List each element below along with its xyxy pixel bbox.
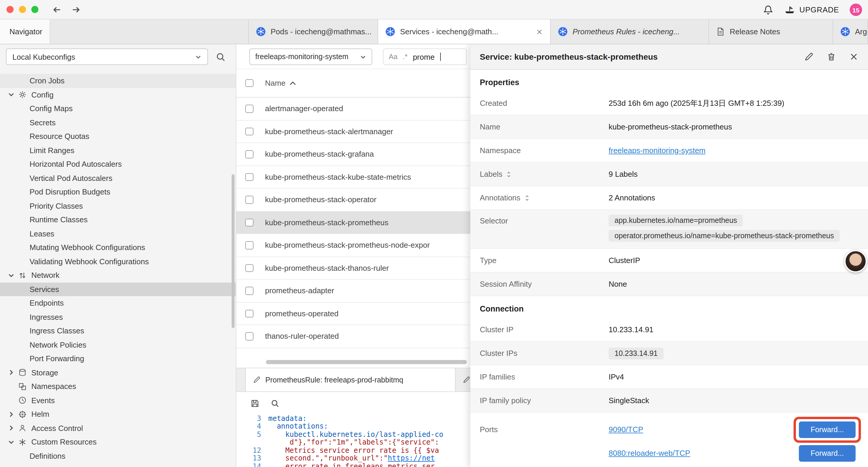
row-checkbox[interactable] bbox=[245, 173, 253, 181]
tab-argo[interactable]: Argo Se bbox=[833, 20, 868, 44]
expand-updown-icon[interactable] bbox=[524, 194, 530, 201]
forward-button[interactable]: Forward... bbox=[799, 421, 856, 438]
back-icon[interactable] bbox=[52, 5, 62, 15]
tab-pods[interactable]: Pods - icecheng@mathmas... bbox=[248, 20, 378, 44]
sidebar-item-endpoints[interactable]: Endpoints bbox=[0, 296, 236, 310]
storage-icon bbox=[18, 369, 27, 377]
row-checkbox[interactable] bbox=[245, 310, 253, 317]
row-checkbox[interactable] bbox=[245, 332, 253, 340]
notification-count-badge[interactable]: 15 bbox=[850, 4, 862, 16]
forward-icon[interactable] bbox=[71, 5, 81, 15]
navigator-sidebar: Local Kubeconfigs Cron Jobs Config Confi… bbox=[0, 44, 236, 467]
minimize-window-button[interactable] bbox=[19, 6, 26, 13]
navigator-header[interactable]: Navigator bbox=[0, 20, 50, 44]
sidebar-item-config-maps[interactable]: Config Maps bbox=[0, 102, 236, 116]
upgrade-button[interactable]: UPGRADE bbox=[784, 5, 839, 14]
sidebar-item-vertical-pod-autoscalers[interactable]: Vertical Pod Autoscalers bbox=[0, 171, 236, 185]
sidebar-item-validating-webhook-configurations[interactable]: Validating Webhook Configurations bbox=[0, 255, 236, 268]
row-checkbox[interactable] bbox=[245, 287, 253, 295]
sidebar-item-limit-ranges[interactable]: Limit Ranges bbox=[0, 143, 236, 157]
delete-icon[interactable] bbox=[827, 52, 836, 61]
table-row[interactable]: kube-prometheus-stack-operator bbox=[236, 188, 470, 211]
namespace-link[interactable]: freeleaps-monitoring-system bbox=[609, 146, 706, 155]
table-row[interactable]: kube-prometheus-stack-alertmanager bbox=[236, 120, 470, 143]
dock-tab-prometheusrule[interactable]: PrometheusRule: freeleaps-prod-rabbitmq bbox=[245, 368, 456, 391]
sidebar-item-runtime-classes[interactable]: Runtime Classes bbox=[0, 213, 236, 227]
table-row[interactable]: kube-prometheus-stack-grafana bbox=[236, 143, 470, 166]
namespace-selector[interactable]: freeleaps-monitoring-system bbox=[249, 49, 372, 65]
sidebar-group-network[interactable]: Network bbox=[0, 268, 236, 282]
table-row[interactable]: kube-prometheus-stack-kube-state-metrics bbox=[236, 166, 470, 188]
window-titlebar: UPGRADE 15 bbox=[0, 0, 868, 20]
row-checkbox[interactable] bbox=[245, 241, 253, 249]
row-checkbox[interactable] bbox=[245, 264, 253, 272]
table-row[interactable]: alertmanager-operated bbox=[236, 97, 470, 120]
sidebar-item-ingress-classes[interactable]: Ingress Classes bbox=[0, 324, 236, 338]
sidebar-item-services[interactable]: Services bbox=[0, 282, 236, 296]
search-icon[interactable] bbox=[271, 399, 279, 408]
sidebar-item-events[interactable]: Events bbox=[0, 393, 236, 407]
row-checkbox[interactable] bbox=[245, 196, 253, 204]
kubeconfig-selector[interactable]: Local Kubeconfigs bbox=[6, 49, 208, 65]
name-column-header[interactable]: Name bbox=[265, 79, 285, 87]
table-row-selected[interactable]: kube-prometheus-stack-prometheus bbox=[236, 211, 470, 234]
select-all-checkbox[interactable] bbox=[245, 79, 253, 87]
sidebar-item-secrets[interactable]: Secrets bbox=[0, 116, 236, 129]
close-tab-icon[interactable] bbox=[536, 28, 543, 35]
yaml-editor[interactable]: 3metadata: 4 annotations: 5 kubectl.kube… bbox=[236, 414, 470, 467]
notifications-bell-icon[interactable] bbox=[763, 4, 773, 15]
expand-updown-icon[interactable] bbox=[506, 171, 512, 178]
edit-icon[interactable] bbox=[804, 52, 814, 61]
app-window: UPGRADE 15 Navigator Pods - icecheng@mat… bbox=[0, 0, 868, 467]
row-checkbox[interactable] bbox=[245, 127, 253, 135]
sidebar-group-storage[interactable]: Storage bbox=[0, 366, 236, 380]
table-row[interactable]: kube-prometheus-stack-thanos-ruler bbox=[236, 257, 470, 280]
sidebar-group-config[interactable]: Config bbox=[0, 88, 236, 102]
sidebar-item-cron-jobs[interactable]: Cron Jobs bbox=[0, 74, 236, 88]
sidebar-item-resource-quotas[interactable]: Resource Quotas bbox=[0, 129, 236, 143]
save-icon[interactable] bbox=[251, 399, 259, 408]
row-checkbox[interactable] bbox=[245, 218, 253, 226]
sidebar-item-namespaces[interactable]: Namespaces bbox=[0, 380, 236, 393]
dock-tab-partial[interactable] bbox=[456, 368, 470, 391]
services-table: alertmanager-operated kube-prometheus-st… bbox=[236, 97, 470, 348]
close-drawer-icon[interactable] bbox=[849, 52, 859, 61]
user-avatar[interactable] bbox=[844, 250, 867, 272]
sidebar-group-access-control[interactable]: Access Control bbox=[0, 421, 236, 435]
search-input[interactable]: Aa .* prome bbox=[383, 49, 467, 65]
sidebar-item-definitions[interactable]: Definitions bbox=[0, 449, 236, 463]
sidebar-item-network-policies[interactable]: Network Policies bbox=[0, 338, 236, 352]
table-row[interactable]: prometheus-adapter bbox=[236, 280, 470, 302]
sidebar-group-helm[interactable]: Helm bbox=[0, 407, 236, 421]
table-row[interactable]: thanos-ruler-operated bbox=[236, 325, 470, 348]
sidebar-item-horizontal-pod-autoscalers[interactable]: Horizontal Pod Autoscalers bbox=[0, 157, 236, 171]
port-link-9090[interactable]: 9090/TCP bbox=[609, 425, 643, 434]
tab-services[interactable]: Services - icecheng@math... bbox=[378, 20, 551, 44]
match-case-toggle[interactable]: Aa bbox=[389, 53, 397, 61]
row-checkbox[interactable] bbox=[245, 105, 253, 113]
forward-button[interactable]: Forward... bbox=[799, 445, 856, 462]
regex-toggle[interactable]: .* bbox=[403, 53, 407, 61]
table-row[interactable]: prometheus-operated bbox=[236, 302, 470, 325]
sidebar-item-pod-disruption-budgets[interactable]: Pod Disruption Budgets bbox=[0, 185, 236, 199]
search-value: prome bbox=[413, 52, 435, 61]
close-window-button[interactable] bbox=[6, 6, 13, 13]
chevron-down-icon bbox=[360, 54, 366, 60]
sidebar-item-port-forwarding[interactable]: Port Forwarding bbox=[0, 352, 236, 366]
sidebar-group-custom-resources[interactable]: Custom Resources bbox=[0, 435, 236, 449]
horizontal-scrollbar[interactable] bbox=[266, 360, 467, 364]
sidebar-item-mutating-webhook-configurations[interactable]: Mutating Webhook Configurations bbox=[0, 241, 236, 255]
tab-release-notes[interactable]: Release Notes bbox=[709, 20, 833, 44]
sort-ascending-icon[interactable] bbox=[289, 81, 296, 85]
line-number: 4 bbox=[236, 422, 268, 431]
table-row[interactable]: kube-prometheus-stack-prometheus-node-ex… bbox=[236, 234, 470, 257]
tab-prometheus-rules[interactable]: Prometheus Rules - icecheng... bbox=[551, 20, 709, 44]
maximize-window-button[interactable] bbox=[31, 6, 38, 13]
sidebar-item-ingresses[interactable]: Ingresses bbox=[0, 310, 236, 324]
row-checkbox[interactable] bbox=[245, 150, 253, 158]
sidebar-scrollbar[interactable] bbox=[231, 174, 235, 328]
port-link-8080[interactable]: 8080:reloader-web/TCP bbox=[609, 449, 690, 458]
sidebar-item-leases[interactable]: Leases bbox=[0, 227, 236, 241]
search-icon[interactable] bbox=[216, 52, 226, 62]
sidebar-item-priority-classes[interactable]: Priority Classes bbox=[0, 199, 236, 213]
